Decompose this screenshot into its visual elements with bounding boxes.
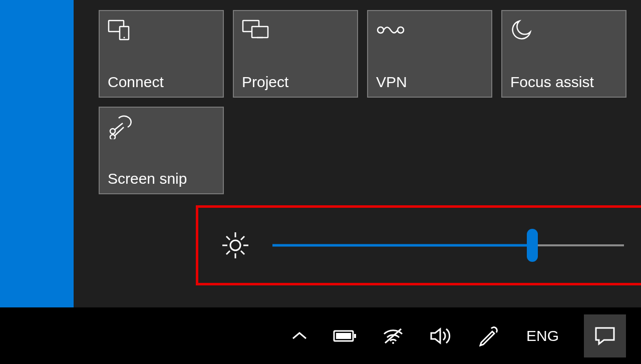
taskbar: ENG xyxy=(0,307,641,364)
svg-line-17 xyxy=(226,236,230,240)
tile-connect[interactable]: Connect xyxy=(99,10,224,98)
battery-icon[interactable] xyxy=(333,329,357,343)
svg-point-2 xyxy=(124,37,125,39)
svg-line-19 xyxy=(241,236,244,240)
connect-icon xyxy=(108,18,215,42)
tile-label: Focus assist xyxy=(510,74,617,91)
slider-thumb[interactable] xyxy=(527,229,538,262)
project-icon xyxy=(242,18,349,42)
tile-label: Screen snip xyxy=(108,170,215,187)
vpn-icon xyxy=(376,18,483,42)
svg-line-18 xyxy=(241,251,244,254)
svg-point-12 xyxy=(230,240,240,250)
svg-rect-23 xyxy=(336,333,351,339)
brightness-icon xyxy=(220,230,250,260)
tile-screen-snip[interactable]: Screen snip xyxy=(99,107,224,194)
tile-focus-assist[interactable]: Focus assist xyxy=(501,10,626,98)
tile-label: VPN xyxy=(376,74,483,91)
volume-icon[interactable] xyxy=(429,326,452,346)
tile-project[interactable]: Project xyxy=(233,10,358,98)
system-tray: ENG xyxy=(291,325,559,346)
action-center-panel: Connect Project VPN xyxy=(74,0,641,307)
tile-label: Connect xyxy=(108,74,215,91)
svg-point-24 xyxy=(392,342,394,344)
brightness-slider[interactable] xyxy=(272,244,624,247)
moon-icon xyxy=(510,18,617,42)
left-accent-bar xyxy=(0,0,74,307)
action-center-button[interactable] xyxy=(584,314,626,357)
wifi-icon[interactable] xyxy=(382,327,404,345)
pen-icon[interactable] xyxy=(477,325,498,346)
snip-icon xyxy=(108,115,215,139)
svg-line-20 xyxy=(226,251,230,254)
language-indicator[interactable]: ENG xyxy=(526,327,559,344)
svg-point-6 xyxy=(378,27,384,33)
tile-vpn[interactable]: VPN xyxy=(367,10,492,98)
tile-label: Project xyxy=(242,74,349,91)
slider-track-fill xyxy=(272,244,532,247)
quick-action-tiles: Connect Project VPN xyxy=(99,10,626,194)
svg-point-7 xyxy=(398,27,404,33)
svg-rect-22 xyxy=(354,334,356,338)
brightness-highlight-box xyxy=(196,205,641,285)
svg-point-8 xyxy=(110,129,115,134)
tray-overflow-icon[interactable] xyxy=(291,330,308,341)
svg-rect-4 xyxy=(252,27,268,38)
